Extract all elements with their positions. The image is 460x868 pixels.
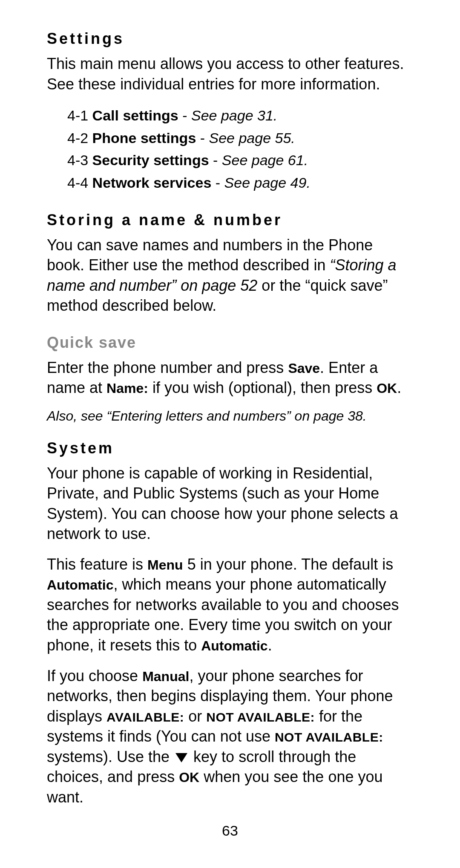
ref-prefix: 4-3: [67, 152, 88, 168]
settings-ref-2: 4-2 Phone settings - See page 55.: [67, 127, 413, 149]
qs-text-c: if you wish (optional), then press: [148, 379, 377, 396]
ref-sep: -: [209, 152, 222, 168]
ref-sep: -: [211, 175, 224, 191]
ref-italic: See page 49.: [224, 175, 310, 191]
settings-refs-list: 4-1 Call settings - See page 31. 4-2 Pho…: [67, 104, 413, 194]
storing-para: You can save names and numbers in the Ph…: [47, 235, 413, 316]
sys2-b: 5 in your phone. The default is: [183, 556, 394, 573]
key-ok-2: OK: [179, 770, 199, 785]
label-name: Name:: [106, 381, 148, 396]
ref-sep: -: [196, 130, 209, 146]
status-not-available: NOT AVAILABLE:: [206, 710, 315, 724]
mode-automatic: Automatic: [47, 577, 113, 593]
ref-prefix: 4-4: [67, 175, 88, 191]
key-save: Save: [288, 361, 320, 376]
heading-quick-save: Quick save: [47, 334, 413, 352]
manual-page: Settings This main menu allows you acces…: [0, 0, 460, 868]
ref-bold: Phone settings: [92, 130, 196, 146]
quicksave-note: Also, see “Entering letters and numbers”…: [47, 408, 413, 424]
settings-ref-1: 4-1 Call settings - See page 31.: [67, 104, 413, 127]
system-p1: Your phone is capable of working in Resi…: [47, 463, 413, 544]
ref-bold: Network services: [92, 175, 212, 191]
sys2-d: .: [268, 636, 272, 654]
ref-prefix: 4-2: [67, 130, 88, 146]
heading-system: System: [47, 439, 413, 457]
ref-bold: Security settings: [92, 152, 209, 168]
ref-italic: See page 61.: [222, 152, 308, 168]
ref-italic: See page 31.: [191, 107, 277, 123]
sys3-a: If you choose: [47, 667, 142, 685]
mode-automatic-2: Automatic: [201, 638, 267, 653]
quicksave-para: Enter the phone number and press Save. E…: [47, 358, 413, 398]
sys2-a: This feature is: [47, 556, 147, 573]
ref-italic: See page 55.: [209, 130, 295, 146]
qs-text-d: .: [397, 379, 401, 396]
status-available: AVAILABLE:: [106, 710, 184, 724]
status-not-available-2: NOT AVAILABLE:: [275, 730, 383, 744]
mode-manual: Manual: [142, 669, 189, 684]
qs-text-a: Enter the phone number and press: [47, 359, 288, 376]
storing-text-a: You can save names and numbers in the Ph…: [47, 236, 373, 274]
key-ok: OK: [377, 381, 397, 396]
ref-prefix: 4-1: [67, 107, 88, 123]
heading-storing: Storing a name & number: [47, 211, 413, 229]
page-number: 63: [0, 822, 460, 839]
sys3-c: or: [184, 708, 206, 725]
settings-ref-4: 4-4 Network services - See page 49.: [67, 172, 413, 194]
sys3-e: systems). Use the: [47, 748, 174, 765]
key-menu: Menu: [147, 557, 183, 573]
heading-settings: Settings: [47, 30, 413, 48]
system-p3: If you choose Manual, your phone searche…: [47, 666, 413, 808]
down-arrow-icon: [175, 753, 187, 762]
settings-intro: This main menu allows you access to othe…: [47, 54, 413, 94]
settings-ref-3: 4-3 Security settings - See page 61.: [67, 149, 413, 172]
ref-bold: Call settings: [92, 107, 178, 123]
system-p2: This feature is Menu 5 in your phone. Th…: [47, 554, 413, 656]
ref-sep: -: [178, 107, 191, 123]
